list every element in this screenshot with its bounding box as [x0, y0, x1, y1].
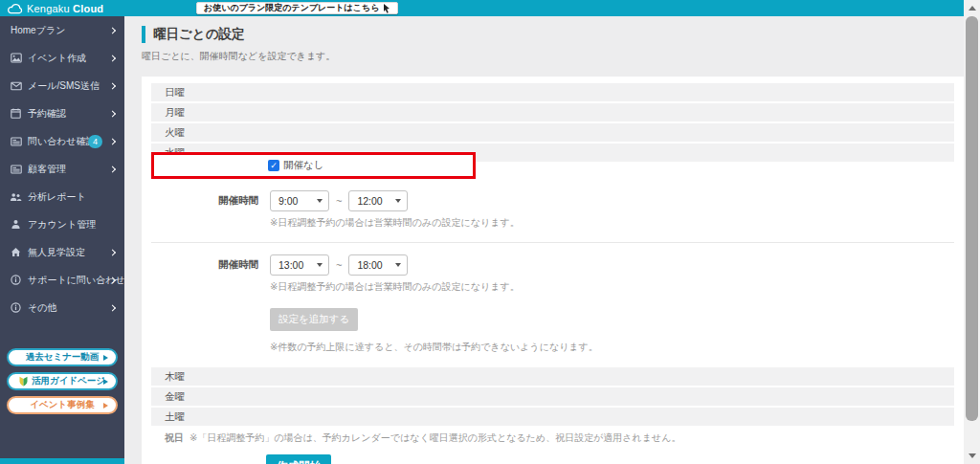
page-subtitle: 曜日ごとに、開催時間などを設定できます。	[142, 50, 964, 63]
time-slot-label: 開催時間	[151, 258, 258, 272]
chevron-down-icon	[395, 199, 401, 203]
sidebar-item-label: 無人見学設定	[28, 246, 85, 259]
section-divider	[151, 242, 954, 243]
start-time-value: 9:00	[278, 195, 298, 207]
info-icon	[10, 275, 22, 286]
no-event-checkbox[interactable]: ✓	[268, 160, 279, 171]
end-time-select-2[interactable]: 18:00	[348, 254, 408, 276]
pill-label: イベント事例集	[30, 399, 94, 411]
sidebar-item-label: イベント作成	[28, 52, 86, 65]
beginner-mark-icon	[19, 376, 28, 387]
sidebar-item-inquiry-check[interactable]: 問い合わせ確認 4	[0, 127, 124, 155]
sidebar-item-account-management[interactable]: アカウント管理	[0, 210, 124, 238]
chevron-right-icon	[109, 82, 116, 89]
end-time-select-1[interactable]: 12:00	[348, 190, 408, 211]
weekday-settings-card: 日曜 月曜 火曜 水曜 ✓ 開催なし 開催時間 9:00 ~ 12:00 ※日程…	[142, 77, 964, 464]
play-arrow-icon	[103, 403, 108, 409]
sidebar-item-reservation-check[interactable]: 予約確認	[0, 99, 124, 127]
top-header-bar: Kengaku Cloud	[0, 0, 964, 16]
event-case-studies-button[interactable]: イベント事例集	[7, 396, 118, 414]
plan-template-button[interactable]: お使いのプラン限定のテンプレートはこちら	[196, 2, 398, 14]
people-group-icon	[10, 191, 22, 203]
holiday-note-row: 祝日※「日程調整予約」の場合は、予約カレンダーではなく曜日選択の形式となるため、…	[151, 431, 954, 445]
chevron-right-icon	[109, 304, 116, 311]
pill-label: 過去セミナー動画	[26, 351, 100, 364]
sidebar-item-label: 予約確認	[28, 107, 66, 121]
sidebar-item-others[interactable]: その他	[0, 294, 124, 321]
slot-note-2: ※日程調整予約の場合は営業時間のみの設定になります。	[270, 280, 954, 294]
start-time-select-2[interactable]: 13:00	[270, 254, 329, 276]
triangle-down-icon	[969, 453, 976, 458]
plan-template-button-label: お使いのプラン限定のテンプレートはこちら	[204, 2, 379, 14]
cloud-logo-icon	[7, 3, 24, 14]
sidebar-item-unmanned-tour-settings[interactable]: 無人見学設定	[0, 238, 124, 266]
chevron-down-icon	[317, 199, 323, 203]
id-card-icon	[10, 164, 22, 175]
sidebar-item-label: 顧客管理	[28, 163, 66, 176]
add-setting-note: ※件数の予約上限に達すると、その時間帯は予約できないようになります。	[270, 341, 954, 354]
pill-label: 活用ガイドページ	[32, 375, 105, 387]
slot-note-1: ※日程調整予約の場合は営業時間のみの設定になります。	[270, 216, 954, 230]
sidebar-item-label: その他	[28, 301, 56, 315]
cursor-icon	[383, 4, 390, 13]
sidebar-item-label: メール/SMS送信	[28, 79, 100, 93]
start-time-select-1[interactable]: 9:00	[270, 190, 329, 211]
image-icon	[10, 53, 22, 64]
play-arrow-icon	[103, 379, 108, 385]
holiday-note: ※「日程調整予約」の場合は、予約カレンダーではなく曜日選択の形式となるため、祝日…	[189, 432, 681, 443]
no-event-checkbox-label: 開催なし	[283, 159, 324, 172]
inquiry-count-badge: 4	[88, 135, 102, 148]
bottom-teal-strip	[0, 458, 124, 464]
sidebar-footer: 過去セミナー動画 活用ガイドページ イベント事例集	[0, 348, 124, 414]
scrollbar-up-button[interactable]	[964, 0, 980, 16]
time-slot-row-1: 開催時間 9:00 ~ 12:00	[151, 190, 954, 211]
add-setting-button[interactable]: 設定を追加する	[270, 308, 358, 331]
day-row-thursday[interactable]: 木曜	[151, 367, 954, 386]
chevron-down-icon	[395, 263, 401, 267]
sidebar-item-label: Homeプラン	[11, 24, 65, 37]
page-title: 曜日ごとの設定	[142, 26, 964, 43]
sidebar-item-label: アカウント管理	[28, 218, 96, 232]
app-logo: Kengaku Cloud	[0, 3, 124, 14]
triangle-up-icon	[969, 6, 976, 11]
chevron-right-icon	[109, 110, 116, 117]
chevron-right-icon	[109, 138, 116, 144]
sidebar-item-customer-management[interactable]: 顧客管理	[0, 155, 124, 183]
scrollbar-thumb[interactable]	[966, 16, 978, 421]
day-row-friday[interactable]: 金曜	[151, 387, 954, 406]
mail-icon	[10, 80, 22, 92]
past-seminar-video-button[interactable]: 過去セミナー動画	[7, 348, 118, 366]
annotation-highlight-box: ✓ 開催なし	[151, 152, 476, 179]
end-time-value: 18:00	[357, 259, 382, 271]
create-start-button[interactable]: 作成開始	[266, 454, 331, 464]
chevron-right-icon	[109, 249, 116, 255]
sidebar-item-contact-support[interactable]: サポートに問い合わせ	[0, 266, 124, 294]
chevron-right-icon	[109, 27, 116, 33]
app-logo-text: Kengaku Cloud	[27, 3, 103, 14]
scrollbar-down-button[interactable]	[964, 448, 980, 464]
calendar-icon	[10, 108, 22, 120]
time-range-tilde: ~	[336, 259, 342, 271]
time-range-tilde: ~	[336, 195, 342, 207]
id-card-icon	[10, 136, 22, 147]
day-row-saturday[interactable]: 土曜	[151, 408, 954, 426]
start-time-value: 13:00	[278, 259, 303, 271]
chevron-right-icon	[109, 166, 116, 172]
sidebar: Homeプラン イベント作成 メール/SMS送信 予約確認 問い合わせ確認 4 …	[0, 16, 124, 458]
sidebar-item-analytics-report[interactable]: 分析レポート	[0, 183, 124, 210]
main-content: 曜日ごとの設定 曜日ごとに、開催時間などを設定できます。 日曜 月曜 火曜 水曜…	[124, 16, 964, 464]
time-slot-row-2: 開催時間 13:00 ~ 18:00	[151, 254, 954, 276]
day-row-tuesday[interactable]: 火曜	[151, 123, 954, 142]
home-icon	[10, 247, 22, 258]
end-time-value: 12:00	[357, 195, 382, 207]
scrollbar[interactable]	[964, 0, 980, 464]
sidebar-item-label: 問い合わせ確認	[28, 135, 96, 148]
day-row-monday[interactable]: 月曜	[151, 103, 954, 122]
day-row-sunday[interactable]: 日曜	[151, 83, 954, 101]
sidebar-item-home-plan[interactable]: Homeプラン	[0, 16, 124, 44]
usage-guide-page-button[interactable]: 活用ガイドページ	[7, 372, 118, 390]
sidebar-item-mail-sms[interactable]: メール/SMS送信	[0, 72, 124, 99]
sidebar-item-event-create[interactable]: イベント作成	[0, 44, 124, 72]
sidebar-item-label: 分析レポート	[28, 190, 86, 204]
person-icon	[10, 219, 22, 231]
